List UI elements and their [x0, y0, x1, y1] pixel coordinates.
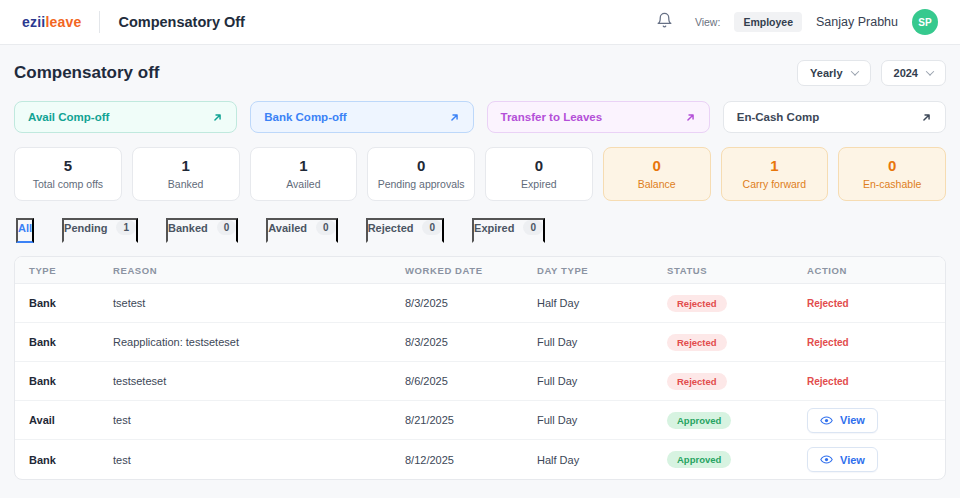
header-page-title: Compensatory Off — [118, 14, 245, 30]
app-logo[interactable]: eziileave — [22, 14, 81, 30]
status-badge: Rejected — [667, 334, 727, 351]
column-header-action: ACTION — [807, 265, 931, 276]
stat-label: Balance — [608, 178, 706, 190]
status-filter-tabs: AllPending1Banked0Availed0Rejected0Expir… — [16, 218, 944, 243]
stat-label: En-cashable — [843, 178, 941, 190]
cell-reason: test — [113, 414, 405, 426]
tab-label: Rejected — [368, 222, 414, 234]
stat-card-expired: 0Expired — [485, 147, 593, 201]
stat-card-banked: 1Banked — [132, 147, 240, 201]
cell-reason: test — [113, 454, 405, 466]
stat-card-total-comp-offs: 5Total comp offs — [14, 147, 122, 201]
cell-worked-date: 8/21/2025 — [405, 414, 537, 426]
table-row: Availtest8/21/2025Full DayApprovedView — [15, 401, 945, 440]
tab-pending[interactable]: Pending1 — [62, 218, 138, 243]
action-status-text: Rejected — [807, 376, 849, 387]
stat-label: Availed — [255, 178, 353, 190]
eye-icon — [820, 453, 833, 466]
status-badge: Rejected — [667, 295, 727, 312]
tab-expired[interactable]: Expired0 — [472, 218, 545, 243]
view-button-label: View — [840, 454, 865, 466]
status-badge: Approved — [667, 412, 731, 429]
view-button[interactable]: View — [807, 447, 878, 472]
year-select-value: 2024 — [894, 67, 918, 79]
stat-card-en-cashable: 0En-cashable — [838, 147, 946, 201]
action-card-label: Transfer to Leaves — [501, 111, 603, 123]
stat-card-availed: 1Availed — [250, 147, 358, 201]
tab-label: Banked — [168, 222, 208, 234]
cell-day-type: Half Day — [537, 297, 667, 309]
title-row: Compensatory off Yearly 2024 — [14, 60, 946, 86]
period-select[interactable]: Yearly — [797, 60, 870, 86]
cell-type: Bank — [29, 375, 113, 387]
cell-status: Rejected — [667, 373, 807, 390]
action-cards-row: Avail Comp-offBank Comp-offTransfer to L… — [14, 101, 946, 133]
period-filters: Yearly 2024 — [797, 60, 946, 86]
cell-status: Approved — [667, 412, 807, 429]
action-card-avail-comp-off[interactable]: Avail Comp-off — [14, 101, 237, 133]
cell-action: Rejected — [807, 375, 931, 387]
arrow-up-right-icon — [685, 112, 696, 123]
action-card-bank-comp-off[interactable]: Bank Comp-off — [250, 101, 473, 133]
cell-worked-date: 8/12/2025 — [405, 454, 537, 466]
column-header-reason: REASON — [113, 265, 405, 276]
table-row: BankReapplication: testseteset8/3/2025Fu… — [15, 323, 945, 362]
stat-value: 1 — [255, 157, 353, 174]
cell-reason: tsetest — [113, 297, 405, 309]
action-status-text: Rejected — [807, 337, 849, 348]
stat-label: Expired — [490, 178, 588, 190]
tab-banked[interactable]: Banked0 — [166, 218, 238, 243]
cell-day-type: Full Day — [537, 414, 667, 426]
eye-icon — [820, 414, 833, 427]
stat-cards-row: 5Total comp offs1Banked1Availed0Pending … — [14, 147, 946, 201]
stat-label: Pending approvals — [372, 178, 470, 190]
cell-reason: Reapplication: testseteset — [113, 336, 405, 348]
avatar[interactable]: SP — [912, 9, 938, 35]
action-card-transfer-to-leaves[interactable]: Transfer to Leaves — [487, 101, 710, 133]
table-row: Banktestseteset8/6/2025Full DayRejectedR… — [15, 362, 945, 401]
view-mode-badge[interactable]: Employee — [734, 12, 802, 32]
column-header-day-type: DAY TYPE — [537, 265, 667, 276]
stat-value: 5 — [19, 157, 117, 174]
stat-value: 1 — [137, 157, 235, 174]
logo-part-leave: leave — [45, 14, 81, 30]
action-card-label: En-Cash Comp — [737, 111, 819, 123]
page-title: Compensatory off — [14, 63, 159, 83]
action-card-label: Avail Comp-off — [28, 111, 109, 123]
chevron-down-icon — [926, 67, 934, 75]
tab-rejected[interactable]: Rejected0 — [366, 218, 444, 243]
tab-all[interactable]: All — [16, 218, 34, 243]
notifications-button[interactable] — [656, 12, 673, 32]
cell-day-type: Full Day — [537, 336, 667, 348]
stat-card-balance: 0Balance — [603, 147, 711, 201]
status-badge: Approved — [667, 451, 731, 468]
cell-status: Rejected — [667, 295, 807, 312]
stat-label: Total comp offs — [19, 178, 117, 190]
bell-icon — [656, 12, 673, 32]
comp-off-table: TYPEREASONWORKED DATEDAY TYPESTATUSACTIO… — [14, 256, 946, 480]
tab-availed[interactable]: Availed0 — [266, 218, 337, 243]
view-label: View: — [695, 16, 721, 28]
app-root: eziileave Compensatory Off View: Employe… — [0, 0, 960, 498]
view-button[interactable]: View — [807, 408, 878, 433]
year-select[interactable]: 2024 — [881, 60, 946, 86]
cell-day-type: Full Day — [537, 375, 667, 387]
cell-status: Approved — [667, 451, 807, 468]
period-select-value: Yearly — [810, 67, 842, 79]
top-bar-right: View: Employee Sanjay Prabhu SP — [656, 9, 938, 35]
cell-type: Bank — [29, 454, 113, 466]
column-header-worked-date: WORKED DATE — [405, 265, 537, 276]
action-card-en-cash-comp[interactable]: En-Cash Comp — [723, 101, 946, 133]
tab-count-badge: 0 — [523, 220, 543, 235]
stat-value: 0 — [372, 157, 470, 174]
arrow-up-right-icon — [921, 112, 932, 123]
tab-label: Expired — [474, 222, 514, 234]
top-bar-left: eziileave Compensatory Off — [22, 11, 245, 33]
stat-value: 1 — [726, 157, 824, 174]
tab-count-badge: 0 — [422, 220, 442, 235]
tab-label: Pending — [64, 222, 107, 234]
cell-action: View — [807, 447, 931, 472]
table-row: Banktsetest8/3/2025Half DayRejectedRejec… — [15, 284, 945, 323]
action-card-label: Bank Comp-off — [264, 111, 346, 123]
logo-part-ezii: ezii — [22, 14, 45, 30]
